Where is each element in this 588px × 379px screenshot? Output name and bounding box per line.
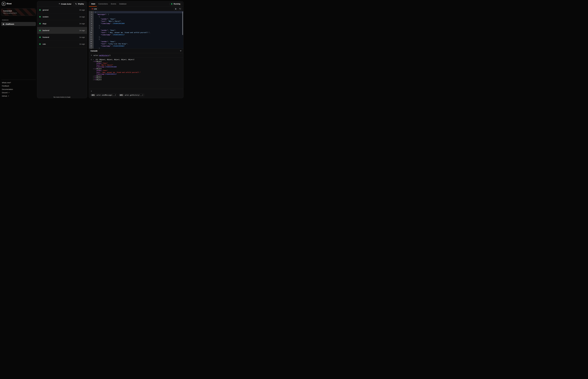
- console-result-summary[interactable]: ▼ (5) [Object, Object, Object, Object, O…: [91, 59, 182, 61]
- line-number: 5: [91, 20, 92, 22]
- rpc-chip[interactable]: RPCactor.getHistory(...): [119, 94, 145, 97]
- sidebar-link-discord[interactable]: Discord↗: [1, 91, 36, 95]
- state-json-editor[interactable]: 1⌄{2⌄ "messages": [3⌄ {4 "sender": "User…: [89, 11, 183, 49]
- tab-database[interactable]: Database: [118, 1, 128, 6]
- running-status-dot: [171, 3, 173, 5]
- actor-detail-panel: StateConnectionsEventsDatabase Running L…: [89, 1, 183, 98]
- rpc-method-label: actor.getHistory(...): [125, 94, 143, 96]
- editor-code-text: "sender": "User",: [94, 18, 116, 20]
- rpc-chip[interactable]: RPCactor.sendMessage(...): [90, 94, 117, 97]
- actor-name: general: [43, 9, 48, 11]
- sidebar: R Rivet Connected http://localhost:6420 …: [0, 0, 37, 99]
- editor-code-row: {: [94, 38, 183, 40]
- actor-row[interactable]: backend1m ago: [37, 27, 87, 34]
- console-output: ▼ (5) [Object, Object, Object, Object, O…: [89, 58, 183, 89]
- editor-line: 17 }: [89, 47, 183, 49]
- sidebar-link-github[interactable]: GitHub↗: [1, 95, 36, 98]
- actor-status-dot: [39, 37, 41, 38]
- editor-code-text: "timestamp": 1764043999867: [94, 45, 125, 47]
- fold-chevron-icon[interactable]: ⌄: [92, 14, 93, 15]
- editor-code-row: "sender": "User",: [94, 18, 183, 20]
- object-label: Object: [96, 79, 102, 81]
- console-collapse-button[interactable]: [180, 50, 182, 52]
- editor-code-row: "messages": [: [94, 13, 183, 16]
- editor-code-text: "timestamp": 1764043995517: [94, 34, 125, 36]
- actor-status-dot: [39, 16, 41, 17]
- editor-line: 4 "sender": "User",: [89, 18, 183, 20]
- console-object-row[interactable]: ▶2: Object: [93, 75, 182, 77]
- rivet-logo-icon: R: [2, 2, 5, 6]
- actor-row[interactable]: random1m ago: [37, 13, 87, 20]
- actor-row[interactable]: general2m ago: [37, 7, 87, 13]
- console-object-row[interactable]: ▶4: Object: [93, 79, 182, 81]
- editor-gutter-cell: 6: [89, 22, 94, 25]
- sidebar-link-whats-new-[interactable]: Whats new?: [1, 81, 36, 84]
- actor-row[interactable]: cats1m ago: [37, 41, 87, 47]
- editor-code-row: {: [94, 11, 183, 13]
- sidebar-item-chatroom[interactable]: chatRoom: [1, 22, 36, 26]
- editor-line: 15 "text": "Long live the King!",: [89, 43, 183, 45]
- prop-key: sender:: [96, 70, 103, 71]
- editor-line: 3⌄ {: [89, 16, 183, 18]
- live-badge[interactable]: Live: [90, 7, 98, 11]
- console-input[interactable]: [89, 89, 183, 93]
- prop-key: text:: [96, 64, 101, 66]
- editor-code-row: "sender": "User",: [94, 29, 183, 32]
- editor-scrollbar[interactable]: [182, 12, 183, 35]
- create-actor-button[interactable]: + Create Actor: [59, 3, 71, 5]
- sidebar-footer-links: Whats new?FeedbackDocumentationDiscord↗G…: [1, 81, 36, 98]
- state-toolbar: Live: [89, 7, 183, 11]
- console-object-row[interactable]: ▶3: Object: [93, 77, 182, 79]
- save-state-button[interactable]: [174, 7, 177, 11]
- editor-gutter-cell: 5: [89, 20, 94, 22]
- rpc-badge: RPC: [91, 94, 95, 96]
- actor-row[interactable]: dogs1m ago: [37, 20, 87, 27]
- sidebar-link-label: Whats new?: [2, 82, 11, 84]
- sidebar-link-documentation[interactable]: Documentation: [1, 88, 36, 91]
- line-number: 6: [91, 23, 92, 24]
- actor-name: random: [43, 16, 48, 18]
- fold-chevron-icon[interactable]: ⌄: [92, 12, 93, 13]
- prop-key: timestamp:: [96, 73, 105, 75]
- fold-chevron-icon[interactable]: ⌄: [92, 28, 93, 29]
- sidebar-link-feedback[interactable]: Feedback: [1, 84, 36, 88]
- line-number: 4: [91, 18, 92, 20]
- actor-last-seen: 1m ago: [79, 36, 85, 38]
- editor-gutter-cell: 1⌄: [89, 11, 94, 13]
- actor-status-dot: [39, 23, 41, 24]
- editor-gutter-cell: 9: [89, 29, 94, 32]
- state-actions: [174, 7, 182, 11]
- line-number: 1: [91, 11, 92, 13]
- console-prop-row: sender: "User": [96, 62, 182, 64]
- actors-header: + Create Actor Display: [37, 1, 87, 7]
- console-object-row[interactable]: ▼0: Object: [93, 61, 182, 63]
- tab-connections[interactable]: Connections: [97, 1, 109, 6]
- display-button[interactable]: Display: [74, 2, 85, 6]
- external-link-icon: ↗: [8, 92, 9, 94]
- editor-code-row: "text": "Who’s there?",: [94, 20, 183, 22]
- prop-key: text:: [96, 71, 101, 73]
- brand[interactable]: R Rivet: [1, 2, 36, 6]
- editor-code-text: },: [94, 25, 101, 27]
- editor-line: 13⌄ {: [89, 38, 183, 40]
- status-badge-label: Running: [174, 3, 180, 5]
- end-of-list-message: No more Actors to load.: [37, 95, 87, 98]
- line-number: 11: [90, 34, 92, 35]
- tab-state[interactable]: State: [89, 1, 97, 6]
- line-number: 8: [91, 27, 92, 29]
- prop-value: "User": [103, 62, 108, 64]
- prop-key: timestamp:: [96, 66, 105, 68]
- tab-events[interactable]: Events: [109, 1, 118, 6]
- reset-state-button[interactable]: [178, 7, 182, 11]
- fold-chevron-icon[interactable]: ⌄: [92, 39, 93, 40]
- editor-code-row: "timestamp": 1764043991880: [94, 22, 183, 25]
- editor-code-row: },: [94, 36, 183, 38]
- actor-row[interactable]: frontend1m ago: [37, 34, 87, 41]
- editor-code-text: "messages": [: [94, 14, 109, 15]
- editor-line: 8⌄ {: [89, 27, 183, 29]
- console-object-row[interactable]: ▼1: Object: [93, 68, 182, 70]
- fold-chevron-icon[interactable]: ⌄: [92, 16, 93, 17]
- editor-code-text: {: [94, 38, 100, 40]
- console-history-command: actor.getHistory(): [89, 53, 183, 58]
- rpc-method-label: actor.sendMessage(...): [96, 94, 116, 96]
